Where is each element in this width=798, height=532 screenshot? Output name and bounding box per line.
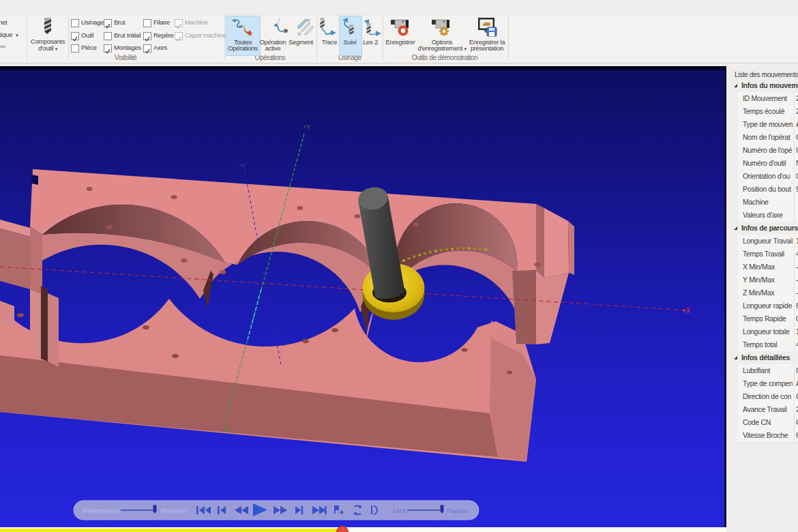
svg-text:+Z: +Z xyxy=(239,162,246,168)
svg-text:Lent: Lent xyxy=(393,507,406,514)
svg-text:+Y: +Y xyxy=(303,123,310,130)
svg-text:Rapide: Rapide xyxy=(447,507,467,514)
svg-text:Précision: Précision xyxy=(161,507,186,514)
svg-text:+X: +X xyxy=(682,307,691,314)
svg-text:Performance: Performance xyxy=(83,507,119,514)
